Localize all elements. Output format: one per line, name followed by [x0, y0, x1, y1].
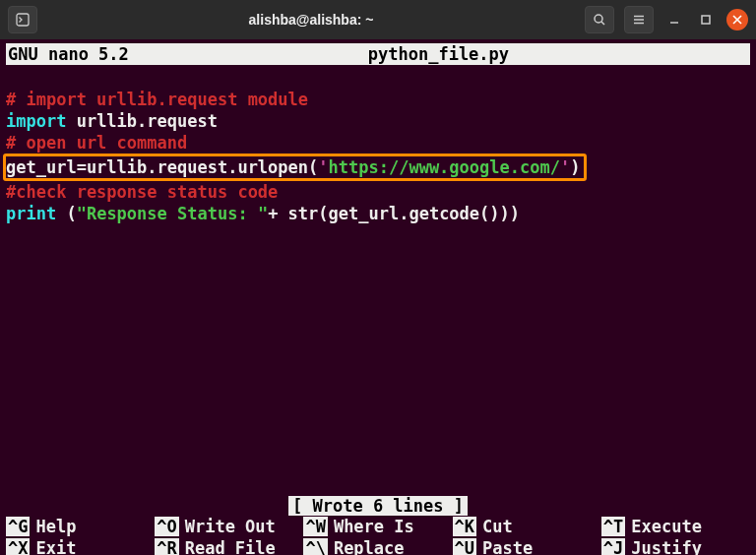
shortcut-row: ^XExit ^RRead File ^\Replace ^UPaste ^JJ…	[6, 537, 750, 555]
shortcut-paste[interactable]: ^UPaste	[453, 538, 601, 555]
nano-status-text: [ Wrote 6 lines ]	[288, 496, 468, 516]
highlighted-line: get_url=urllib.request.urlopen('https://…	[3, 154, 587, 181]
nano-app-name: GNU nano 5.2	[8, 44, 129, 64]
new-tab-button[interactable]	[8, 6, 37, 33]
shortcut-replace[interactable]: ^\Replace	[303, 538, 452, 555]
code-comment: # import urllib.request module	[6, 90, 308, 109]
code-quote: '	[318, 157, 328, 177]
minimize-button[interactable]	[663, 9, 685, 31]
nano-status-line: [ Wrote 6 lines ]	[0, 496, 756, 516]
shortcut-cut[interactable]: ^KCut	[453, 517, 601, 536]
shortcut-execute[interactable]: ^TExecute	[601, 517, 750, 536]
code-comment: # open url command	[6, 133, 187, 153]
shortcut-readfile[interactable]: ^RRead File	[155, 538, 303, 555]
code-keyword: print	[6, 204, 56, 223]
titlebar-left-controls	[8, 6, 37, 33]
svg-line-2	[601, 22, 604, 25]
shortcut-writeout[interactable]: ^OWrite Out	[155, 517, 303, 536]
svg-rect-0	[17, 14, 29, 26]
close-icon	[732, 15, 742, 25]
window-titlebar: alishba@alishba: ~	[0, 0, 756, 39]
code-text: urllib.request	[66, 111, 218, 131]
nano-header: GNU nano 5.2 python_file.py	[6, 43, 750, 65]
maximize-button[interactable]	[695, 9, 717, 31]
window-title: alishba@alishba: ~	[37, 12, 585, 28]
shortcut-exit[interactable]: ^XExit	[6, 538, 155, 555]
code-keyword: import	[6, 111, 66, 131]
minimize-icon	[668, 14, 680, 26]
terminal-icon	[16, 13, 30, 27]
code-text: )	[570, 157, 580, 177]
search-button[interactable]	[585, 6, 614, 33]
shortcut-justify[interactable]: ^JJustify	[601, 538, 750, 555]
menu-button[interactable]	[624, 6, 654, 33]
code-text: get_url=urllib.request.urlopen(	[6, 157, 318, 177]
maximize-icon	[700, 14, 712, 26]
svg-point-1	[595, 15, 602, 23]
code-text: + str(get_url.getcode()))	[268, 204, 520, 223]
code-text: (	[56, 204, 76, 223]
code-quote: '	[560, 157, 570, 177]
code-string: "Response Status: "	[77, 204, 268, 223]
code-string: https://www.google.com/	[329, 157, 560, 177]
close-button[interactable]	[726, 9, 748, 31]
code-comment: #check response status code	[6, 182, 278, 202]
hamburger-icon	[632, 13, 646, 27]
nano-shortcuts: ^GHelp ^OWrite Out ^WWhere Is ^KCut ^TEx…	[0, 516, 756, 555]
search-icon	[593, 13, 606, 27]
shortcut-row: ^GHelp ^OWrite Out ^WWhere Is ^KCut ^TEx…	[6, 516, 750, 537]
titlebar-right-controls	[585, 6, 748, 33]
editor-content[interactable]: # import urllib.request module import ur…	[0, 65, 756, 246]
shortcut-help[interactable]: ^GHelp	[6, 517, 155, 536]
shortcut-whereis[interactable]: ^WWhere Is	[303, 517, 452, 536]
terminal-area[interactable]: GNU nano 5.2 python_file.py # import url…	[0, 43, 756, 555]
nano-filename: python_file.py	[129, 44, 748, 64]
svg-rect-7	[702, 16, 710, 24]
